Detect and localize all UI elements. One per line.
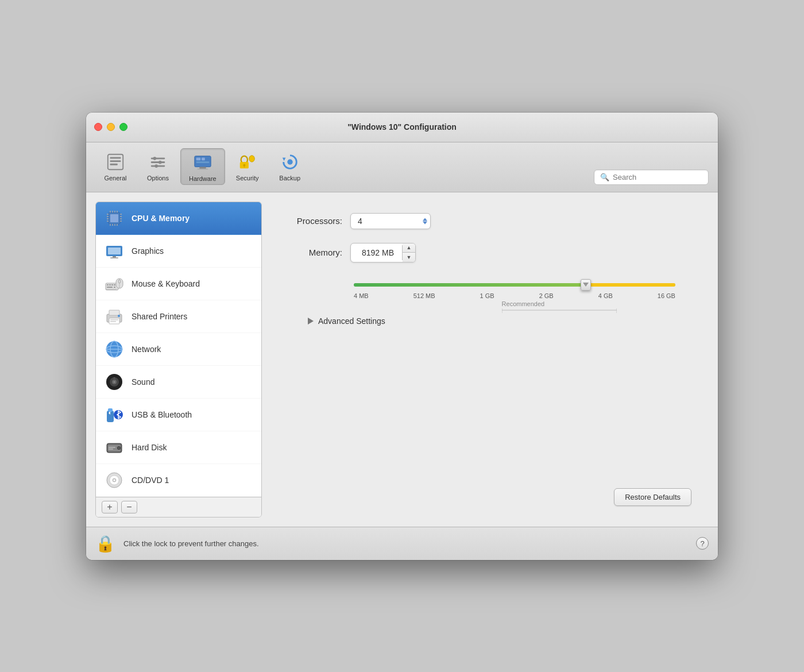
- svg-rect-60: [110, 321, 116, 322]
- svg-point-8: [159, 160, 162, 164]
- advanced-settings-label: Advanced Settings: [318, 316, 385, 326]
- svg-rect-59: [110, 319, 118, 320]
- svg-rect-42: [108, 248, 121, 254]
- help-button[interactable]: ?: [696, 537, 709, 550]
- search-box[interactable]: 🔍: [594, 169, 709, 185]
- tick-4mb: 4 MB: [354, 292, 369, 299]
- slider-fill-green: [354, 283, 585, 287]
- sidebar-item-shared-printers[interactable]: Shared Printers: [96, 300, 261, 333]
- advanced-settings-row[interactable]: Advanced Settings: [308, 316, 691, 326]
- svg-rect-78: [109, 447, 115, 448]
- tab-backup[interactable]: Backup: [270, 148, 310, 185]
- svg-rect-11: [196, 157, 201, 160]
- hardware-icon: [192, 152, 213, 173]
- svg-rect-2: [110, 160, 121, 162]
- svg-point-18: [243, 164, 245, 166]
- titlebar: "Windows 10" Configuration: [86, 113, 718, 142]
- svg-rect-49: [114, 284, 115, 285]
- security-icon: [237, 152, 258, 172]
- svg-point-20: [249, 155, 254, 161]
- svg-rect-44: [110, 257, 118, 258]
- svg-rect-47: [109, 284, 111, 285]
- sidebar-item-cpu-memory[interactable]: CPU & Memory: [96, 202, 261, 235]
- sidebar-item-sound[interactable]: Sound: [96, 366, 261, 399]
- sidebar-item-network[interactable]: Network: [96, 333, 261, 366]
- memory-slider-track[interactable]: [354, 281, 675, 289]
- memory-input-wrapper: 8192 MB ▲ ▼: [350, 243, 416, 262]
- svg-rect-13: [196, 161, 210, 163]
- search-icon: 🔍: [600, 173, 609, 181]
- sidebar-item-hard-disk[interactable]: Hard Disk: [96, 431, 261, 464]
- processors-label: Processors:: [279, 216, 342, 226]
- sidebar-list: CPU & Memory Graphics: [96, 202, 261, 497]
- sidebar-item-mouse-keyboard[interactable]: Mouse & Keyboard: [96, 268, 261, 300]
- svg-point-83: [114, 479, 115, 481]
- recommended-bracket: [502, 308, 617, 314]
- toolbar-tabs: General Options: [95, 148, 310, 185]
- main-content: CPU & Memory Graphics: [86, 192, 718, 527]
- maximize-button[interactable]: [119, 123, 127, 131]
- shared-printers-icon: [104, 306, 125, 327]
- svg-rect-50: [107, 287, 113, 288]
- tab-general[interactable]: General: [95, 148, 136, 185]
- tab-general-label: General: [104, 175, 126, 181]
- svg-rect-1: [110, 157, 121, 159]
- svg-rect-4: [151, 157, 165, 159]
- svg-rect-24: [110, 214, 118, 222]
- tick-4gb: 4 GB: [598, 292, 613, 299]
- tab-options[interactable]: Options: [138, 148, 178, 185]
- minimize-button[interactable]: [107, 123, 115, 131]
- tick-1gb: 1 GB: [480, 292, 494, 299]
- tick-512mb: 512 MB: [413, 292, 435, 299]
- toolbar: General Options: [86, 142, 718, 192]
- bottom-bar: 🔒 Click the lock to prevent further chan…: [86, 527, 718, 560]
- sidebar-item-graphics[interactable]: Graphics: [96, 235, 261, 268]
- sound-icon: [104, 372, 125, 392]
- tab-options-label: Options: [147, 175, 169, 181]
- tab-security[interactable]: Security: [227, 148, 268, 185]
- slider-thumb[interactable]: [581, 279, 591, 291]
- processors-row: Processors: 1 2 4 8: [279, 213, 691, 229]
- search-input[interactable]: [613, 173, 702, 181]
- tab-backup-label: Backup: [279, 175, 300, 181]
- memory-decrease-button[interactable]: ▼: [403, 253, 415, 262]
- svg-rect-48: [111, 284, 113, 285]
- svg-rect-3: [110, 163, 118, 165]
- sidebar-item-usb-bluetooth[interactable]: USB & Bluetooth: [96, 399, 261, 431]
- processors-select-wrapper: 1 2 4 8: [350, 213, 431, 229]
- sidebar-item-mouse-keyboard-label: Mouse & Keyboard: [132, 279, 200, 288]
- svg-rect-15: [197, 168, 208, 169]
- svg-point-22: [287, 159, 292, 164]
- lock-icon[interactable]: 🔒: [95, 534, 115, 553]
- sidebar-item-shared-printers-label: Shared Printers: [132, 312, 187, 321]
- svg-marker-21: [282, 157, 285, 161]
- svg-point-9: [154, 164, 158, 168]
- svg-rect-46: [107, 284, 109, 285]
- svg-point-69: [114, 381, 115, 383]
- slider-fill-yellow: [585, 283, 675, 287]
- tab-hardware[interactable]: Hardware: [180, 148, 225, 185]
- sidebar-item-sound-label: Sound: [132, 377, 154, 387]
- remove-device-button[interactable]: −: [121, 501, 137, 513]
- restore-defaults-button[interactable]: Restore Defaults: [614, 488, 691, 506]
- advanced-settings-arrow: [308, 318, 314, 325]
- memory-stepper: ▲ ▼: [403, 244, 415, 262]
- backup-icon: [280, 152, 300, 172]
- svg-rect-57: [109, 310, 119, 315]
- svg-rect-5: [151, 161, 165, 163]
- options-icon: [148, 152, 168, 172]
- sidebar-item-cd-dvd[interactable]: CD/DVD 1: [96, 464, 261, 497]
- tick-16gb: 16 GB: [658, 292, 675, 299]
- memory-slider-container: 4 MB 512 MB 1 GB 2 GB 4 GB 16 GB Recomme…: [354, 281, 691, 300]
- sidebar-item-network-label: Network: [132, 345, 161, 354]
- memory-increase-button[interactable]: ▲: [403, 244, 415, 253]
- add-device-button[interactable]: +: [102, 501, 118, 513]
- detail-panel: Processors: 1 2 4 8 Memory:: [262, 202, 709, 517]
- memory-label: Memory:: [279, 248, 342, 257]
- sidebar-item-graphics-label: Graphics: [132, 246, 164, 256]
- main-window: "Windows 10" Configuration General: [86, 113, 718, 560]
- sidebar-item-usb-bluetooth-label: USB & Bluetooth: [132, 410, 192, 419]
- processors-select[interactable]: 1 2 4 8: [350, 213, 431, 229]
- tab-security-label: Security: [236, 175, 259, 181]
- close-button[interactable]: [94, 123, 102, 131]
